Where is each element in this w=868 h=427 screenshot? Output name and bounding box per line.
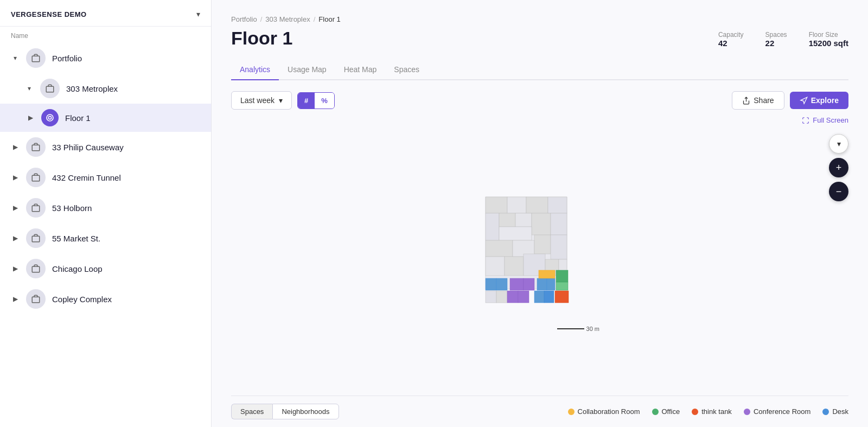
stat-capacity: Capacity 42 <box>718 31 744 48</box>
svg-rect-45 <box>496 291 507 303</box>
tab-usage-map[interactable]: Usage Map <box>279 60 335 80</box>
sidebar-header: VERGESENSE DEMO ▾ <box>0 0 211 27</box>
53holborn-icon <box>26 198 46 218</box>
map-zoom-in-btn[interactable]: + <box>829 158 848 177</box>
legend-label-conference: Conference Room <box>754 407 811 416</box>
floor-plan-svg <box>480 194 599 319</box>
svg-rect-26 <box>551 235 567 259</box>
legend-conference-room: Conference Room <box>744 407 811 416</box>
toolbar: Last week ▾ # % Share Explore <box>231 91 848 110</box>
breadcrumb-303-metroplex[interactable]: 303 Metroplex <box>265 15 310 23</box>
toolbar-left: Last week ▾ # % <box>231 91 335 110</box>
sidebar-item-432-cremin[interactable]: ▶ 432 Cremin Tunnel <box>0 162 211 193</box>
svg-rect-42 <box>534 291 544 303</box>
main-content: Portfolio / 303 Metroplex / Floor 1 Floo… <box>212 0 868 427</box>
page-stats: Capacity 42 Spaces 22 Floor Size 15200 s… <box>718 31 848 48</box>
legend-think-tank: think tank <box>692 407 732 416</box>
stat-floor-size-value: 15200 sqft <box>809 39 848 48</box>
tab-heat-map[interactable]: Heat Map <box>335 60 386 80</box>
svg-rect-40 <box>539 270 555 278</box>
tab-spaces[interactable]: Spaces <box>385 60 428 80</box>
sidebar-item-33-philip[interactable]: ▶ 33 Philip Causeway <box>0 132 211 162</box>
portfolio-chevron-icon: ▾ <box>11 54 20 62</box>
svg-rect-19 <box>515 213 532 227</box>
sidebar-item-portfolio[interactable]: ▾ Portfolio <box>0 43 211 73</box>
stat-capacity-label: Capacity <box>718 31 744 39</box>
sidebar-item-floor-1[interactable]: ▶ Floor 1 <box>0 104 211 132</box>
svg-rect-38 <box>556 270 568 282</box>
legend-dot-think-tank <box>692 409 698 415</box>
svg-rect-17 <box>486 213 499 240</box>
chicago-icon <box>26 259 46 278</box>
main-content-area: Portfolio / 303 Metroplex / Floor 1 Floo… <box>212 0 868 427</box>
scale-line <box>557 328 584 329</box>
share-icon <box>742 97 750 105</box>
fullscreen-icon <box>802 117 809 124</box>
svg-rect-44 <box>486 291 496 303</box>
stat-capacity-value: 42 <box>718 39 744 48</box>
432cremin-icon <box>26 168 46 187</box>
floor1-icon <box>41 109 59 126</box>
bottom-bar: Spaces Neighborhoods Collaboration Room … <box>231 396 848 427</box>
svg-rect-36 <box>537 278 547 290</box>
share-label: Share <box>754 96 774 105</box>
303-metroplex-label: 303 Metroplex <box>66 84 118 93</box>
fullscreen-link[interactable]: Full Screen <box>231 116 848 124</box>
sidebar-item-copley-complex[interactable]: ▶ Copley Complex <box>0 284 211 314</box>
legend-label-desk: Desk <box>832 407 848 416</box>
tab-analytics[interactable]: Analytics <box>231 60 279 80</box>
svg-rect-23 <box>486 240 513 257</box>
sidebar-item-55-market[interactable]: ▶ 55 Market St. <box>0 223 211 253</box>
svg-rect-14 <box>507 197 526 213</box>
sidebar-item-53-holborn[interactable]: ▶ 53 Holborn <box>0 193 211 223</box>
toggle-hash-btn[interactable]: # <box>298 93 315 109</box>
org-dropdown-icon[interactable]: ▾ <box>196 10 200 18</box>
date-range-chevron-icon: ▾ <box>279 96 283 105</box>
map-controls: ▾ + − <box>829 134 848 201</box>
share-button[interactable]: Share <box>732 91 784 110</box>
breadcrumb-sep-2: / <box>314 15 316 23</box>
sidebar-item-chicago-loop[interactable]: ▶ Chicago Loop <box>0 253 211 284</box>
bottom-tab-spaces[interactable]: Spaces <box>231 404 272 419</box>
legend-dot-desk <box>822 409 829 415</box>
date-range-dropdown[interactable]: Last week ▾ <box>231 91 292 110</box>
sidebar: VERGESENSE DEMO ▾ Name ▾ Portfolio ▾ 303… <box>0 0 212 427</box>
main-tabs: Analytics Usage Map Heat Map Spaces <box>231 60 848 80</box>
toggle-percent-btn[interactable]: % <box>315 93 334 109</box>
chicago-chevron-icon: ▶ <box>11 265 20 272</box>
breadcrumb-floor1: Floor 1 <box>318 15 340 23</box>
copley-complex-label: Copley Complex <box>52 295 112 304</box>
svg-rect-28 <box>505 257 524 276</box>
legend-label-office: Office <box>662 407 680 416</box>
map-filter-btn[interactable]: ▾ <box>829 134 848 154</box>
sidebar-item-303-metroplex[interactable]: ▾ 303 Metroplex <box>0 73 211 104</box>
53holborn-label: 53 Holborn <box>52 203 92 213</box>
svg-point-3 <box>47 114 53 121</box>
svg-rect-35 <box>524 278 534 290</box>
55market-chevron-icon: ▶ <box>11 234 20 242</box>
svg-marker-11 <box>801 97 807 104</box>
map-zoom-out-btn[interactable]: − <box>829 182 848 201</box>
svg-rect-34 <box>510 278 524 290</box>
legend-dot-collaboration <box>568 409 575 415</box>
scale-label: 30 m <box>586 326 599 332</box>
sidebar-name-label: Name <box>0 27 211 43</box>
breadcrumb-portfolio[interactable]: Portfolio <box>231 15 257 23</box>
stat-floor-size: Floor Size 15200 sqft <box>809 31 848 48</box>
explore-button[interactable]: Explore <box>790 92 848 109</box>
svg-rect-4 <box>32 145 40 151</box>
legend-desk: Desk <box>822 407 848 416</box>
svg-rect-8 <box>32 266 40 272</box>
432cremin-chevron-icon: ▶ <box>11 174 20 181</box>
legend-label-collaboration: Collaboration Room <box>578 407 640 416</box>
chicago-loop-label: Chicago Loop <box>52 264 103 273</box>
svg-rect-21 <box>551 213 567 235</box>
svg-rect-37 <box>547 278 555 290</box>
floor-plan[interactable]: 30 m <box>480 194 599 321</box>
org-name: VERGESENSE DEMO <box>11 10 87 18</box>
svg-rect-15 <box>526 197 548 213</box>
svg-rect-18 <box>499 213 515 227</box>
date-range-label: Last week <box>240 96 275 105</box>
svg-point-2 <box>48 116 51 119</box>
bottom-tab-neighborhoods[interactable]: Neighborhoods <box>272 404 339 419</box>
